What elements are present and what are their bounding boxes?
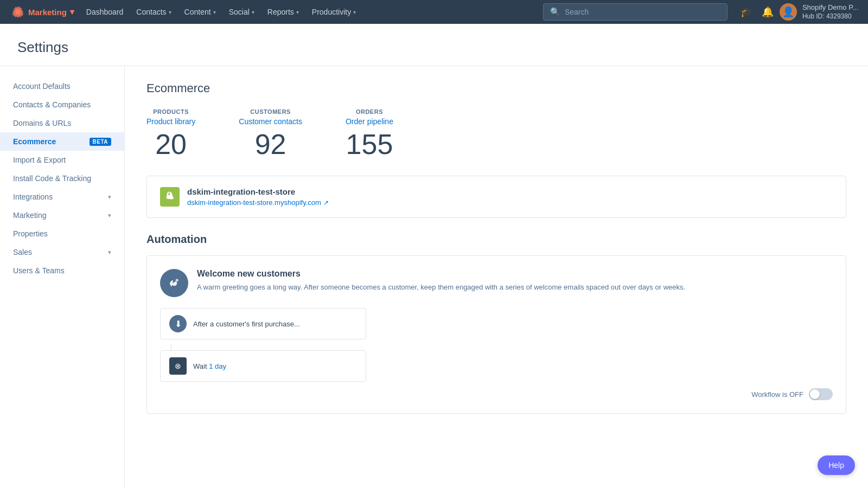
page-header: Settings <box>0 24 868 66</box>
store-url-link[interactable]: dskim-integration-test-store.myshopify.c… <box>187 198 329 207</box>
sidebar-item-users-teams[interactable]: Users & Teams <box>0 261 124 280</box>
sidebar-item-install-code-tracking[interactable]: Install Code & Tracking <box>0 169 124 188</box>
account-name: Shopify Demo P... <box>802 3 858 12</box>
productivity-dropdown-icon: ▾ <box>353 9 356 15</box>
notifications-icon[interactable]: 🔔 <box>758 2 777 22</box>
content-dropdown-icon: ▾ <box>213 9 216 15</box>
automation-header: Welcome new customers A warm greeting go… <box>160 269 833 297</box>
automation-section-title: Automation <box>146 233 846 246</box>
order-pipeline-link[interactable]: Order pipeline <box>346 117 393 126</box>
stat-customers: CUSTOMERS Customer contacts 92 <box>239 108 302 158</box>
reports-dropdown-icon: ▾ <box>296 9 299 15</box>
store-info: dskim-integration-test-store dskim-integ… <box>187 187 329 207</box>
avatar[interactable]: 👤 <box>780 3 797 21</box>
workflow-status-label: Workflow is OFF <box>751 390 803 399</box>
search-bar[interactable]: 🔍 <box>543 3 727 21</box>
account-info[interactable]: Shopify Demo P... Hub ID: 4329380 <box>799 3 861 21</box>
sidebar-item-ecommerce[interactable]: Ecommerce BETA <box>0 132 124 151</box>
account-hub-id: Hub ID: 4329380 <box>802 12 858 21</box>
marketing-chevron-icon: ▾ <box>108 212 111 219</box>
nav-item-dashboard[interactable]: Dashboard <box>81 0 129 24</box>
stat-products-number: 20 <box>146 130 195 158</box>
workflow-footer: Workflow is OFF <box>160 386 833 400</box>
stats-row: PRODUCTS Product library 20 CUSTOMERS Cu… <box>146 108 846 158</box>
nav-utility-icons: 🎓 🔔 👤 Shopify Demo P... Hub ID: 4329380 <box>736 2 861 22</box>
search-input[interactable] <box>565 8 720 16</box>
top-navigation: Marketing ▾ Dashboard Contacts ▾ Content… <box>0 0 868 24</box>
sidebar-item-properties[interactable]: Properties <box>0 224 124 243</box>
store-name: dskim-integration-test-store <box>187 187 329 196</box>
page-title: Settings <box>17 39 851 56</box>
brand-dropdown-icon: ▾ <box>70 7 74 17</box>
stat-orders: ORDERS Order pipeline 155 <box>346 108 393 158</box>
stat-orders-label: ORDERS <box>346 108 393 115</box>
nav-item-contacts[interactable]: Contacts ▾ <box>131 0 176 24</box>
nav-item-reports[interactable]: Reports ▾ <box>262 0 304 24</box>
sidebar-item-domains-urls[interactable]: Domains & URLs <box>0 114 124 132</box>
automation-card: Welcome new customers A warm greeting go… <box>146 255 846 414</box>
ecommerce-beta-badge: BETA <box>90 138 111 146</box>
contacts-dropdown-icon: ▾ <box>169 9 171 15</box>
search-icon: 🔍 <box>550 7 560 17</box>
automation-text: Welcome new customers A warm greeting go… <box>197 269 833 293</box>
academy-icon[interactable]: 🎓 <box>736 2 756 22</box>
customer-contacts-link[interactable]: Customer contacts <box>239 117 302 126</box>
sidebar-item-marketing[interactable]: Marketing ▾ <box>0 206 124 224</box>
help-button[interactable]: Help <box>818 455 855 475</box>
stat-products: PRODUCTS Product library 20 <box>146 108 195 158</box>
step-connector <box>171 344 171 350</box>
automation-icon <box>160 269 188 297</box>
settings-sidebar: Account Defaults Contacts & Companies Do… <box>0 66 125 488</box>
main-content: Ecommerce PRODUCTS Product library 20 CU… <box>125 66 868 488</box>
page-wrapper: Settings Account Defaults Contacts & Com… <box>0 24 868 488</box>
sales-chevron-icon: ▾ <box>108 249 111 256</box>
automation-section: Automation Welcome new customers A warm … <box>146 233 846 414</box>
stat-orders-number: 155 <box>346 130 393 158</box>
wait-step-text: Wait 1 day <box>193 362 226 370</box>
nav-item-content[interactable]: Content ▾ <box>179 0 221 24</box>
sidebar-item-import-export[interactable]: Import & Export <box>0 151 124 169</box>
toggle-knob <box>810 389 820 399</box>
sidebar-item-contacts-companies[interactable]: Contacts & Companies <box>0 95 124 114</box>
ecommerce-title: Ecommerce <box>146 81 846 95</box>
timer-icon: ⊗ <box>169 357 187 375</box>
content-area: Account Defaults Contacts & Companies Do… <box>0 66 868 488</box>
automation-description: A warm greeting goes a long way. After s… <box>197 282 833 293</box>
workflow-steps: ⬇ After a customer's first purchase... ⊗… <box>160 308 833 382</box>
automation-name: Welcome new customers <box>197 269 833 279</box>
external-link-icon: ↗ <box>323 199 329 207</box>
stat-customers-label: CUSTOMERS <box>239 108 302 115</box>
workflow-step-trigger[interactable]: ⬇ After a customer's first purchase... <box>160 308 366 339</box>
workflow-toggle[interactable] <box>809 388 833 400</box>
shopify-icon <box>160 187 180 207</box>
stat-customers-number: 92 <box>239 130 302 158</box>
trigger-step-text: After a customer's first purchase... <box>193 320 300 328</box>
trigger-icon: ⬇ <box>169 315 187 332</box>
brand-logo[interactable]: Marketing ▾ <box>7 5 79 19</box>
integrations-chevron-icon: ▾ <box>108 194 111 201</box>
product-library-link[interactable]: Product library <box>146 117 195 126</box>
sidebar-item-integrations[interactable]: Integrations ▾ <box>0 188 124 206</box>
brand-name: Marketing <box>28 8 67 17</box>
store-card: dskim-integration-test-store dskim-integ… <box>146 176 846 218</box>
workflow-step-wait[interactable]: ⊗ Wait 1 day <box>160 350 366 382</box>
nav-item-productivity[interactable]: Productivity ▾ <box>307 0 361 24</box>
stat-products-label: PRODUCTS <box>146 108 195 115</box>
sidebar-item-account-defaults[interactable]: Account Defaults <box>0 77 124 95</box>
social-dropdown-icon: ▾ <box>252 9 254 15</box>
svg-point-1 <box>176 279 178 281</box>
sidebar-item-sales[interactable]: Sales ▾ <box>0 243 124 261</box>
nav-item-social[interactable]: Social ▾ <box>224 0 260 24</box>
